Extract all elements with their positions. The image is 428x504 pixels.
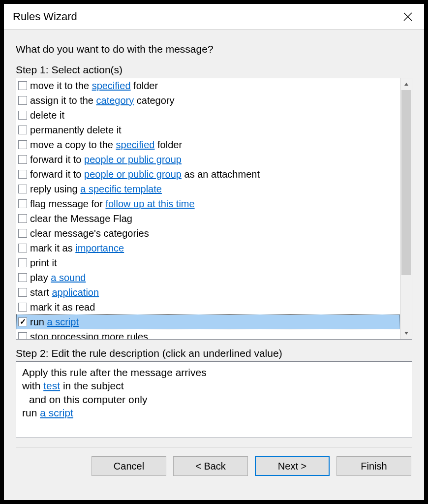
action-link[interactable]: a script [47, 316, 78, 327]
action-link[interactable]: category [96, 95, 134, 106]
subject-value-link[interactable]: test [43, 380, 60, 391]
script-value-link[interactable]: a script [40, 407, 73, 418]
action-label: start application [30, 287, 99, 298]
action-row[interactable]: move a copy to the specified folder [16, 137, 400, 152]
action-label: reply using a specific template [30, 184, 162, 195]
action-row[interactable]: flag message for follow up at this time [16, 196, 400, 211]
prompt-text: What do you want to do with the message? [16, 43, 412, 55]
action-checkbox[interactable] [18, 317, 27, 326]
desc-line: with test in the subject [22, 379, 406, 392]
action-link[interactable]: application [52, 287, 99, 298]
action-link[interactable]: a sound [51, 272, 86, 283]
action-label: assign it to the category category [30, 95, 175, 106]
action-row[interactable]: clear message's categories [16, 226, 400, 241]
action-label: forward it to people or public group [30, 154, 182, 165]
rule-description-box: Apply this rule after the message arrive… [16, 361, 412, 438]
desc-line: and on this computer only [22, 393, 406, 406]
action-checkbox[interactable] [18, 126, 27, 134]
action-checkbox[interactable] [18, 332, 27, 339]
action-label: permanently delete it [30, 125, 122, 136]
actions-list[interactable]: move it to the specified folderassign it… [16, 78, 400, 339]
rules-wizard-dialog: Rules Wizard What do you want to do with… [4, 4, 424, 500]
action-label: forward it to people or public group as … [30, 169, 260, 180]
step2-label: Step 2: Edit the rule description (click… [16, 347, 412, 359]
action-checkbox[interactable] [18, 273, 27, 282]
scrollbar-thumb[interactable] [401, 90, 411, 275]
chevron-up-icon [404, 82, 409, 87]
action-link[interactable]: people or public group [84, 169, 182, 180]
action-row[interactable]: delete it [16, 108, 400, 123]
action-checkbox[interactable] [18, 155, 27, 164]
next-button[interactable]: Next > [255, 456, 330, 476]
dialog-title: Rules Wizard [13, 10, 397, 23]
scrollbar[interactable] [400, 78, 412, 339]
action-label: run a script [30, 316, 79, 328]
action-row[interactable]: reply using a specific template [16, 182, 400, 196]
finish-button[interactable]: Finish [336, 456, 411, 476]
action-label: delete it [30, 110, 64, 121]
action-row[interactable]: mark it as read [16, 300, 400, 315]
action-checkbox[interactable] [18, 140, 27, 149]
close-icon [403, 12, 412, 21]
action-link[interactable]: follow up at this time [105, 198, 194, 209]
action-link[interactable]: people or public group [84, 154, 182, 165]
action-row[interactable]: forward it to people or public group [16, 152, 400, 167]
cancel-button[interactable]: Cancel [92, 456, 166, 476]
button-row: Cancel < Back Next > Finish [16, 456, 412, 476]
action-checkbox[interactable] [18, 229, 27, 238]
action-label: clear message's categories [30, 228, 149, 239]
action-label: clear the Message Flag [30, 213, 132, 224]
action-link[interactable]: a specific template [80, 184, 162, 194]
action-checkbox[interactable] [18, 199, 27, 208]
action-row[interactable]: play a sound [16, 270, 400, 285]
action-link[interactable]: specified [116, 139, 155, 150]
action-checkbox[interactable] [18, 170, 27, 179]
action-row[interactable]: mark it as importance [16, 241, 400, 255]
svg-marker-2 [404, 83, 408, 86]
desc-line: run a script [22, 406, 406, 419]
back-button[interactable]: < Back [173, 456, 248, 476]
action-row[interactable]: print it [16, 255, 400, 270]
action-row[interactable]: forward it to people or public group as … [16, 167, 400, 182]
action-checkbox[interactable] [18, 96, 27, 105]
action-label: flag message for follow up at this time [30, 198, 195, 210]
action-checkbox[interactable] [18, 244, 27, 252]
action-label: mark it as importance [30, 243, 124, 254]
action-checkbox[interactable] [18, 185, 27, 193]
action-label: play a sound [30, 272, 86, 284]
titlebar: Rules Wizard [4, 4, 424, 30]
action-row[interactable]: clear the Message Flag [16, 211, 400, 226]
action-checkbox[interactable] [18, 81, 27, 90]
action-row[interactable]: assign it to the category category [16, 93, 400, 108]
scroll-up-button[interactable] [400, 78, 412, 90]
step1-label: Step 1: Select action(s) [16, 64, 412, 76]
scroll-down-button[interactable] [400, 327, 412, 339]
chevron-down-icon [404, 331, 409, 336]
action-label: move it to the specified folder [30, 80, 158, 92]
action-checkbox[interactable] [18, 288, 27, 297]
close-button[interactable] [397, 5, 419, 28]
action-link[interactable]: specified [92, 80, 131, 91]
action-checkbox[interactable] [18, 258, 27, 267]
action-label: move a copy to the specified folder [30, 139, 182, 151]
action-link[interactable]: importance [75, 243, 124, 253]
scrollbar-track[interactable] [400, 90, 412, 327]
action-label: print it [30, 257, 57, 269]
action-row[interactable]: start application [16, 285, 400, 300]
action-label: mark it as read [30, 302, 95, 313]
dialog-body: What do you want to do with the message?… [4, 30, 424, 500]
action-checkbox[interactable] [18, 214, 27, 223]
svg-marker-3 [404, 332, 408, 335]
action-row[interactable]: stop processing more rules [16, 329, 400, 339]
desc-line: Apply this rule after the message arrive… [22, 366, 406, 379]
separator [16, 447, 412, 447]
action-label: stop processing more rules [30, 331, 148, 340]
action-checkbox[interactable] [18, 111, 27, 120]
action-row[interactable]: move it to the specified folder [16, 78, 400, 93]
action-checkbox[interactable] [18, 303, 27, 312]
action-row[interactable]: permanently delete it [16, 123, 400, 137]
action-row[interactable]: run a script [16, 315, 400, 329]
actions-listbox: move it to the specified folderassign it… [16, 78, 412, 340]
